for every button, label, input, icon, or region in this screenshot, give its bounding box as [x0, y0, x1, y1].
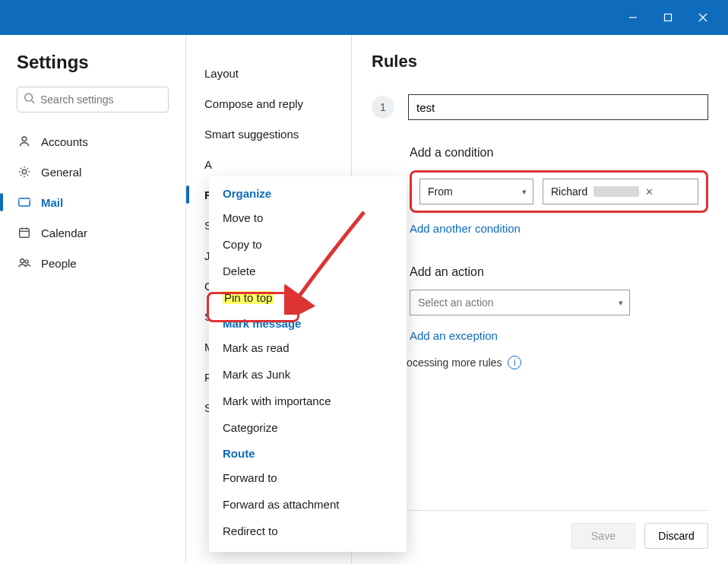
condition-value-field[interactable]: Richard ✕ [543, 179, 698, 204]
svg-point-4 [25, 93, 33, 101]
settings-heading: Settings [17, 52, 169, 73]
menu-item-delete[interactable]: Delete [209, 258, 407, 284]
add-condition-label: Add a condition [410, 146, 708, 160]
action-dropdown-menu: Organize Move to Copy to Delete Pin to t… [209, 176, 407, 552]
sidebar-item-mail[interactable]: Mail [0, 187, 169, 217]
action-select[interactable]: Select an action ▾ [410, 290, 630, 315]
accounts-icon [17, 135, 32, 148]
menu-item-categorize[interactable]: Categorize [209, 414, 407, 441]
settings-sidebar: Settings Accounts General [0, 35, 186, 564]
condition-type-select[interactable]: From ▾ [419, 179, 533, 204]
calendar-icon [17, 226, 32, 239]
svg-point-7 [22, 170, 26, 173]
menu-item-mark-importance[interactable]: Mark with importance [209, 388, 407, 414]
mail-icon [17, 195, 32, 209]
rules-panel: Rules 1 Add a condition From ▾ Richard ✕… [352, 35, 728, 564]
people-icon [17, 256, 32, 270]
sidebar-item-label: General [41, 166, 81, 179]
mid-item-a[interactable]: A [186, 149, 351, 179]
remove-token-icon[interactable]: ✕ [645, 186, 654, 198]
condition-row: From ▾ Richard ✕ [410, 170, 708, 213]
menu-item-redirect-to[interactable]: Redirect to [209, 518, 407, 544]
sidebar-item-accounts[interactable]: Accounts [0, 126, 169, 157]
sidebar-item-label: Calendar [41, 227, 87, 239]
add-exception-link[interactable]: Add an exception [410, 329, 498, 342]
discard-button[interactable]: Discard [644, 523, 708, 549]
chevron-down-icon: ▾ [619, 298, 623, 308]
sidebar-item-people[interactable]: People [0, 248, 169, 278]
svg-line-5 [32, 100, 35, 103]
menu-item-forward-to[interactable]: Forward to [209, 464, 407, 491]
sidebar-item-label: People [41, 257, 77, 270]
contact-token-name: Richard [551, 185, 587, 198]
svg-rect-9 [20, 229, 30, 238]
info-icon[interactable]: i [508, 356, 521, 369]
condition-type-value: From [428, 185, 453, 198]
svg-point-6 [22, 137, 27, 141]
menu-item-move-to[interactable]: Move to [209, 204, 407, 231]
menu-group-mark: Mark message [209, 311, 407, 334]
menu-item-mark-junk[interactable]: Mark as Junk [209, 361, 407, 388]
search-input[interactable] [17, 87, 169, 112]
sidebar-item-general[interactable]: General [0, 157, 169, 187]
window-close-button[interactable] [685, 0, 720, 35]
menu-group-organize: Organize [209, 181, 407, 204]
mid-item-layout[interactable]: Layout [186, 58, 351, 88]
sidebar-item-label: Mail [41, 196, 63, 209]
search-settings-field[interactable] [17, 87, 169, 112]
sidebar-item-label: Accounts [41, 135, 88, 148]
footer-actions: Save Discard [372, 510, 708, 549]
titlebar [0, 0, 728, 35]
menu-item-forward-attachment[interactable]: Forward as attachment [209, 491, 407, 518]
save-button[interactable]: Save [571, 523, 635, 549]
add-another-condition-link[interactable]: Add another condition [410, 222, 521, 235]
step-number: 1 [372, 96, 394, 119]
menu-item-copy-to[interactable]: Copy to [209, 231, 407, 258]
action-select-placeholder: Select an action [418, 296, 494, 309]
window-maximize-button[interactable] [650, 0, 685, 35]
svg-point-14 [25, 260, 28, 263]
window-minimize-button[interactable] [616, 0, 650, 35]
rules-heading: Rules [372, 52, 708, 71]
menu-item-pin-to-top[interactable]: Pin to top [209, 284, 407, 311]
mid-item-smart[interactable]: Smart suggestions [186, 119, 351, 149]
contact-token-masked [593, 186, 639, 197]
sidebar-item-calendar[interactable]: Calendar [0, 217, 169, 248]
search-icon [23, 92, 36, 108]
svg-point-13 [21, 259, 24, 263]
chevron-down-icon: ▾ [522, 187, 527, 197]
rule-name-input[interactable] [408, 94, 708, 120]
menu-item-mark-read[interactable]: Mark as read [209, 334, 407, 361]
gear-icon [17, 165, 32, 179]
add-action-label: Add an action [410, 265, 708, 279]
mid-item-compose[interactable]: Compose and reply [186, 88, 351, 119]
svg-rect-1 [665, 14, 672, 21]
svg-rect-8 [19, 198, 30, 206]
menu-group-route: Route [209, 441, 407, 464]
